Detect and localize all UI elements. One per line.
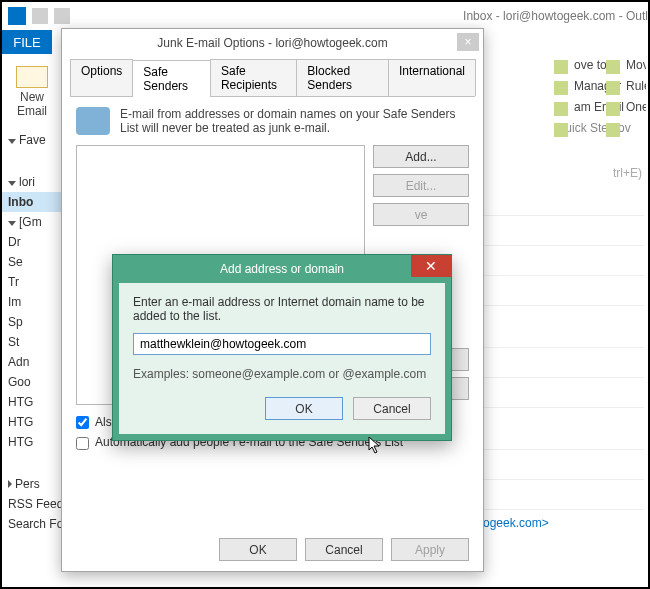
safe-senders-intro: E-mail from addresses or domain names on… [120,107,469,135]
folder-htg2[interactable]: HTG [2,412,62,432]
edit-button[interactable]: Edit... [373,174,469,197]
cancel-button[interactable]: Cancel [305,538,383,561]
cancel-button[interactable]: Cancel [353,397,431,420]
tab-safe-senders[interactable]: Safe Senders [132,60,211,97]
folder-im[interactable]: Im [2,292,62,312]
remove-button[interactable]: ve [373,203,469,226]
move-group-label: Mov [604,121,646,141]
app-title-bar: Inbox - lori@howtogeek.com - Outl [2,2,648,30]
folder-se[interactable]: Se [2,252,62,272]
tab-safe-recipients[interactable]: Safe Recipients [210,59,297,96]
search-shortcut-hint: trl+E) [613,166,642,180]
new-label: New [20,90,44,104]
close-icon[interactable]: ✕ [411,255,451,277]
window-title: Inbox - lori@howtogeek.com - Outl [463,9,648,23]
ok-button[interactable]: OK [219,538,297,561]
apply-button[interactable]: Apply [391,538,469,561]
folder-adn[interactable]: Adn [2,352,62,372]
folder-htg3[interactable]: HTG [2,432,62,452]
tab-international[interactable]: International [388,59,476,96]
tab-options[interactable]: Options [70,59,133,96]
move-button[interactable]: Mov [604,58,646,78]
folder-htg1[interactable]: HTG [2,392,62,412]
add-dialog-title: Add address or domain [220,262,344,276]
folder-goo[interactable]: Goo [2,372,62,392]
folder-tr[interactable]: Tr [2,272,62,292]
close-icon[interactable]: × [457,33,479,51]
qat-undo-icon[interactable] [54,8,70,24]
dialog-tabs: Options Safe Senders Safe Recipients Blo… [70,59,475,97]
add-button[interactable]: Add... [373,145,469,168]
email-label: Email [17,104,47,118]
add-dialog-examples: Examples: someone@example.com or @exampl… [133,367,431,381]
tab-blocked-senders[interactable]: Blocked Senders [296,59,389,96]
folder-sp[interactable]: Sp [2,312,62,332]
envelope-icon [16,66,48,88]
outlook-logo-icon [8,7,26,25]
folder-gmail[interactable]: [Gm [2,212,62,232]
new-email-button[interactable]: New Email [2,62,62,130]
folder-dr[interactable]: Dr [2,232,62,252]
folder-pers[interactable]: Pers [2,474,62,494]
ok-button[interactable]: OK [265,397,343,420]
address-input[interactable] [133,333,431,355]
add-dialog-title-bar[interactable]: Add address or domain ✕ [113,255,451,283]
rules-button[interactable]: Rule [604,79,646,99]
add-dialog-prompt: Enter an e-mail address or Internet doma… [133,295,431,323]
dialog-title: Junk E-mail Options - lori@howtogeek.com [157,36,387,50]
qat-sendreceive-icon[interactable] [32,8,48,24]
folder-rss[interactable]: RSS Feeds [2,494,62,514]
account-header[interactable]: lori [2,172,62,192]
people-icon [76,107,110,135]
folder-st[interactable]: St [2,332,62,352]
folder-search[interactable]: Search Folders [2,514,62,534]
favorites-header[interactable]: Fave [2,130,62,150]
add-address-dialog: Add address or domain ✕ Enter an e-mail … [112,254,452,441]
dialog-title-bar[interactable]: Junk E-mail Options - lori@howtogeek.com… [62,29,483,57]
ribbon-right: ove to: ? Manager am Email Quick Steps M… [552,58,644,142]
onenote-button[interactable]: One [604,100,646,120]
tab-file[interactable]: FILE [2,30,52,54]
folder-inbox[interactable]: Inbo [2,192,62,212]
nav-pane: New Email Fave lori Inbo [Gm Dr Se Tr Im… [2,54,62,587]
